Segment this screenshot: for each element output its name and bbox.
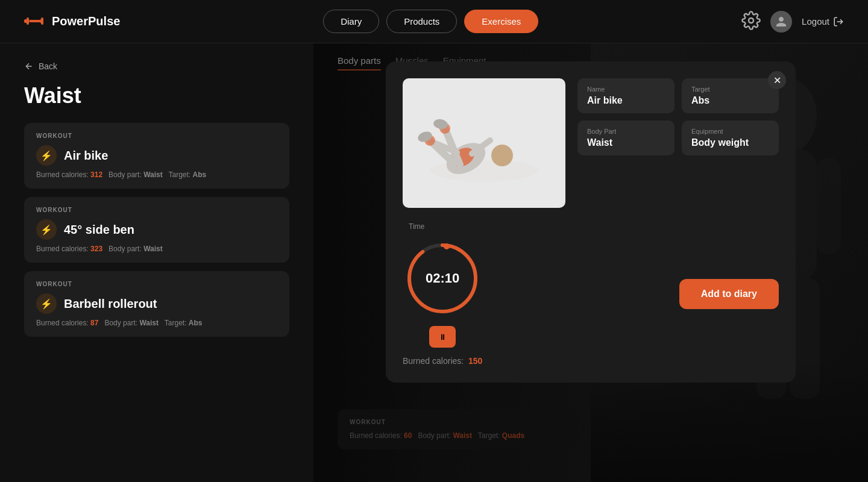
burned-calories-label: Burned calories: xyxy=(403,356,464,366)
workout-name-3: Barbell rollerout xyxy=(64,297,157,311)
modal-info: Name Air bike Target Abs Body Part xyxy=(577,78,779,208)
exercise-image xyxy=(403,78,565,208)
calories-1: 312 xyxy=(90,171,102,179)
left-panel: Back Waist WORKOUT ⚡ Air bike Burned cal… xyxy=(0,43,313,482)
logo-icon xyxy=(24,12,46,31)
timer-section: Time 02:10 xyxy=(403,222,482,366)
main-content: Back Waist WORKOUT ⚡ Air bike Burned cal… xyxy=(0,43,868,482)
name-label: Name xyxy=(587,86,665,93)
svg-point-5 xyxy=(749,18,753,23)
workout-label-2: WORKOUT xyxy=(36,207,277,213)
timer-label: Time xyxy=(409,222,424,231)
body-part-label: Body Part xyxy=(587,128,665,135)
info-card-name: Name Air bike xyxy=(577,78,675,113)
target-label: Target xyxy=(691,86,769,93)
nav-diary[interactable]: Diary xyxy=(323,10,379,33)
name-value: Air bike xyxy=(587,95,665,106)
workout-icon-3: ⚡ xyxy=(36,293,57,314)
body-part-3: Waist xyxy=(139,319,159,327)
target-1: Abs xyxy=(193,171,207,179)
target-value: Abs xyxy=(691,95,769,106)
modal-top: Name Air bike Target Abs Body Part xyxy=(403,78,779,208)
nav-products[interactable]: Products xyxy=(386,10,457,33)
workout-name-row-2: ⚡ 45° side ben xyxy=(36,219,277,240)
info-card-body-part: Body Part Waist xyxy=(577,120,675,155)
avatar[interactable] xyxy=(770,11,792,33)
body-part-value: Waist xyxy=(587,137,665,148)
workout-card-1[interactable]: WORKOUT ⚡ Air bike Burned calories: 312 … xyxy=(24,123,289,189)
workout-card-2[interactable]: WORKOUT ⚡ 45° side ben Burned calories: … xyxy=(24,197,289,263)
equipment-label: Equipment xyxy=(691,128,769,135)
right-panel: Body parts Muscles Equipment WORKOUT Bur xyxy=(313,43,868,482)
svg-point-13 xyxy=(430,160,538,181)
burned-calories-value: 150 xyxy=(468,356,482,366)
workout-icon-2: ⚡ xyxy=(36,219,57,240)
logout-button[interactable]: Logout xyxy=(802,16,844,27)
header-right: Logout xyxy=(741,11,844,33)
calories-3: 87 xyxy=(90,319,98,327)
logo: PowerPulse xyxy=(24,12,120,31)
workout-label-3: WORKOUT xyxy=(36,281,277,287)
svg-rect-4 xyxy=(41,17,43,25)
body-part-1: Waist xyxy=(143,171,163,179)
workout-label-1: WORKOUT xyxy=(36,133,277,139)
workout-meta-1: Burned calories: 312 Body part: Waist Ta… xyxy=(36,171,277,179)
workout-card-3[interactable]: WORKOUT ⚡ Barbell rollerout Burned calor… xyxy=(24,271,289,337)
timer-value: 02:10 xyxy=(426,271,459,286)
nav-exercises[interactable]: Exercises xyxy=(464,10,538,33)
workout-name-2: 45° side ben xyxy=(64,223,134,237)
svg-point-16 xyxy=(491,145,513,166)
main-nav: Diary Products Exercises xyxy=(323,10,538,33)
workout-name-row-3: ⚡ Barbell rollerout xyxy=(36,293,277,314)
svg-rect-2 xyxy=(29,20,41,22)
body-part-2: Waist xyxy=(143,245,163,253)
modal-overlay: ✕ xyxy=(313,43,868,482)
header: PowerPulse Diary Products Exercises Logo… xyxy=(0,0,868,43)
workout-meta-3: Burned calories: 87 Body part: Waist Tar… xyxy=(36,319,277,327)
calories-row: Burned calories: 150 xyxy=(403,356,482,366)
page-title: Waist xyxy=(24,83,289,108)
info-row-2: Body Part Waist Equipment Body weight xyxy=(577,120,779,155)
pause-icon: ⏸ xyxy=(439,333,447,342)
workout-meta-2: Burned calories: 323 Body part: Waist xyxy=(36,245,277,253)
back-label: Back xyxy=(39,61,57,71)
settings-icon[interactable] xyxy=(741,11,761,33)
target-3: Abs xyxy=(189,319,203,327)
modal-bottom: Time 02:10 xyxy=(403,222,779,366)
back-button[interactable]: Back xyxy=(24,61,289,71)
info-card-target: Target Abs xyxy=(682,78,779,113)
timer-circle: 02:10 xyxy=(403,239,482,318)
info-card-equipment: Equipment Body weight xyxy=(682,120,779,155)
modal: ✕ xyxy=(386,61,796,383)
pause-button[interactable]: ⏸ xyxy=(429,326,456,348)
modal-close-button[interactable]: ✕ xyxy=(768,71,786,89)
calories-2: 323 xyxy=(90,245,102,253)
workout-name-row-1: ⚡ Air bike xyxy=(36,145,277,166)
add-to-diary-button[interactable]: Add to diary xyxy=(679,279,779,309)
svg-rect-1 xyxy=(27,17,29,25)
workout-name-1: Air bike xyxy=(64,149,108,163)
app-name: PowerPulse xyxy=(52,14,120,28)
equipment-value: Body weight xyxy=(691,137,769,148)
info-row-1: Name Air bike Target Abs xyxy=(577,78,779,113)
workout-icon-1: ⚡ xyxy=(36,145,57,166)
